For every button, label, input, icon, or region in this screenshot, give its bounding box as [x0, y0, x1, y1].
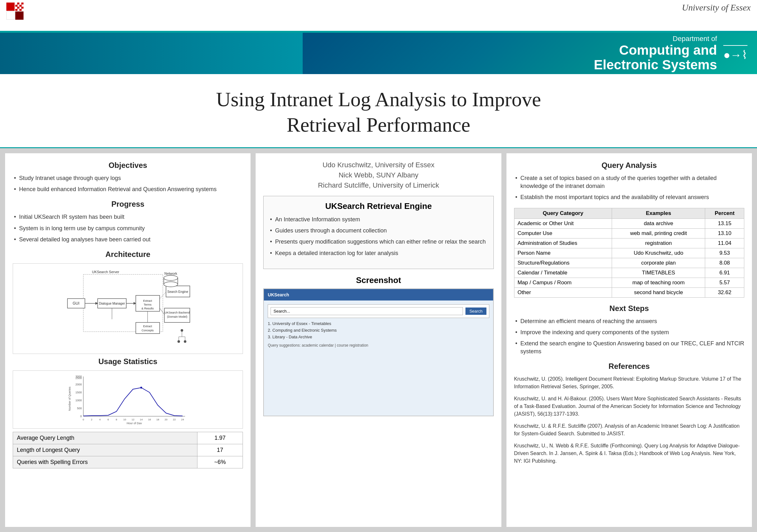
logo-area — [6, 3, 23, 20]
et-label2: Terms — [144, 303, 152, 306]
y1000: 1000 — [76, 399, 82, 402]
stats-row-3: Queries with Spelling Errors ~6% — [13, 456, 243, 468]
line-et-backend — [160, 308, 165, 315]
logo-cell-2 — [15, 3, 23, 11]
screenshot-area: UKSearch Search... Search 1. University … — [263, 288, 494, 416]
uksearch-title: UKSearch Retrieval Engine — [269, 201, 488, 211]
stats-row-1: Average Query Length 1.97 — [13, 432, 243, 444]
query-cell-0-2: 13.15 — [705, 218, 744, 228]
architecture-diagram: UKSearch Server GUI Dialogue Manager Ext… — [13, 263, 243, 354]
uksearch-item-1: An Interactive Information system — [269, 216, 488, 224]
qa-item-1: Create a set of topics based on a study … — [514, 174, 744, 190]
query-cell-6-0: Map / Campus / Room — [514, 278, 612, 288]
objectives-title: Objectives — [13, 161, 243, 170]
author-1: Udo Kruschwitz, University of Essex — [263, 161, 494, 169]
x0: 0 — [83, 418, 84, 421]
query-table-row-6: Map / Campus / Roommap of teaching room5… — [514, 278, 744, 288]
progress-title: Progress — [13, 200, 243, 208]
screenshot-title: Screenshot — [263, 275, 494, 285]
y2000: 2000 — [76, 383, 82, 386]
ec-label2: Concepts — [141, 329, 154, 332]
query-cell-2-2: 11.04 — [705, 238, 744, 248]
y500: 500 — [77, 407, 82, 410]
x12: 12 — [132, 418, 135, 421]
stats-label-1: Average Query Length — [13, 432, 197, 444]
uksearch-item-3: Presents query modification suggestions … — [269, 238, 488, 246]
x6: 6 — [107, 418, 109, 421]
x14: 14 — [140, 418, 143, 421]
x-axis-label: Hour of Day — [127, 422, 142, 424]
x8: 8 — [116, 418, 117, 421]
tree-node-r — [184, 340, 186, 343]
references-title: References — [514, 362, 744, 371]
objectives-list: Study Intranet usage through query logs … — [13, 174, 243, 193]
query-cell-5-1: TIMETABLES — [612, 268, 705, 278]
screenshot-result-3: 3. Library - Data Archive — [268, 334, 489, 339]
x4: 4 — [99, 418, 101, 421]
query-cell-5-2: 6.91 — [705, 268, 744, 278]
query-cell-7-2: 32.62 — [705, 288, 744, 297]
dept-text: Department of Computing and Electronic S… — [594, 35, 717, 72]
stats-table: Average Query Length 1.97 Length of Long… — [13, 432, 243, 468]
query-cell-3-0: Person Name — [514, 248, 612, 258]
usage-title: Usage Statistics — [13, 357, 243, 366]
progress-2: System is in long term use by campus com… — [13, 225, 243, 233]
stats-label-2: Length of Longest Query — [13, 444, 197, 456]
query-cell-2-1: registration — [612, 238, 705, 248]
ref-1: Kruschwitz, U. (2005). Intelligent Docum… — [514, 375, 744, 391]
query-cell-4-2: 8.08 — [705, 258, 744, 268]
query-analysis-list: Create a set of topics based on a study … — [514, 174, 744, 202]
gui-label: GUI — [73, 301, 79, 306]
tree-node-l — [177, 340, 180, 343]
stats-value-3: ~6% — [197, 456, 243, 468]
uksearch-list: An Interactive Information system Guides… — [269, 216, 488, 257]
y0: 0 — [80, 415, 82, 418]
query-table-row-7: Othersecond hand bicycle32.62 — [514, 288, 744, 297]
columns-wrapper: Objectives Study Intranet usage through … — [0, 148, 757, 532]
query-cell-6-1: map of teaching room — [612, 278, 705, 288]
peak-point — [140, 387, 142, 389]
query-cell-4-0: Structure/Regulations — [514, 258, 612, 268]
top-header: University of Essex — [0, 0, 757, 32]
et-label3: & Results — [141, 307, 154, 310]
query-cell-7-0: Other — [514, 288, 612, 297]
ns-item-2: Improve the indexing and query component… — [514, 329, 744, 336]
university-logo — [6, 3, 23, 20]
uksearch-item-4: Keeps a detailed interaction log for lat… — [269, 249, 488, 257]
x16: 16 — [148, 418, 151, 421]
ref-4: Kruschwitz, U., N. Webb & R.F.E. Sutclif… — [514, 442, 744, 465]
y1500: 1500 — [76, 391, 82, 394]
stats-row-2: Length of Longest Query 17 — [13, 444, 243, 456]
screenshot-result-2: 2. Computing and Electronic Systems — [268, 328, 489, 332]
screenshot-title-bar: UKSearch — [268, 292, 289, 297]
query-table-row-0: Academic or Other Unitdata archive13.15 — [514, 218, 744, 228]
query-cell-1-1: web mail, printing credit — [612, 228, 705, 238]
col-header-examples: Examples — [612, 208, 705, 218]
query-cell-2-0: Administration of Studies — [514, 238, 612, 248]
left-column: Objectives Study Intranet usage through … — [5, 153, 251, 527]
query-table-header-row: Query Category Examples Percent — [514, 208, 744, 218]
dept-header: Department of Computing and Electronic S… — [0, 33, 757, 74]
arch-label-server: UKSearch Server — [92, 270, 119, 274]
query-cell-5-0: Calendar / Timetable — [514, 268, 612, 278]
screenshot-suggestions: Query suggestions: academic calendar | c… — [268, 343, 489, 348]
main-title: Using Intranet Log Analysis to Improve R… — [32, 87, 725, 138]
query-table-row-5: Calendar / TimetableTIMETABLES6.91 — [514, 268, 744, 278]
screenshot-result-1: 1. University of Essex - Timetables — [268, 321, 489, 326]
y-axis-label: Number of Queries — [68, 386, 71, 411]
usage-line — [83, 388, 183, 416]
query-table-row-3: Person NameUdo Kruschwitz, udo9.53 — [514, 248, 744, 258]
backend-label2: (Domain Model) — [167, 315, 187, 318]
network-label: Network — [165, 271, 177, 275]
network-top — [164, 275, 178, 280]
author-3: Richard Sutcliffe, University of Limeric… — [263, 181, 494, 190]
query-category-table: Query Category Examples Percent Academic… — [514, 208, 744, 297]
progress-1: Initial UKSearch IR system has been buil… — [13, 213, 243, 221]
progress-list: Initial UKSearch IR system has been buil… — [13, 213, 243, 244]
tree-node-root — [181, 329, 183, 332]
query-table-row-2: Administration of Studiesregistration11.… — [514, 238, 744, 248]
query-cell-7-1: second hand bicycle — [612, 288, 705, 297]
query-analysis-title: Query Analysis — [514, 161, 744, 170]
next-steps-title: Next Steps — [514, 304, 744, 313]
logo-cell-3 — [6, 12, 15, 20]
